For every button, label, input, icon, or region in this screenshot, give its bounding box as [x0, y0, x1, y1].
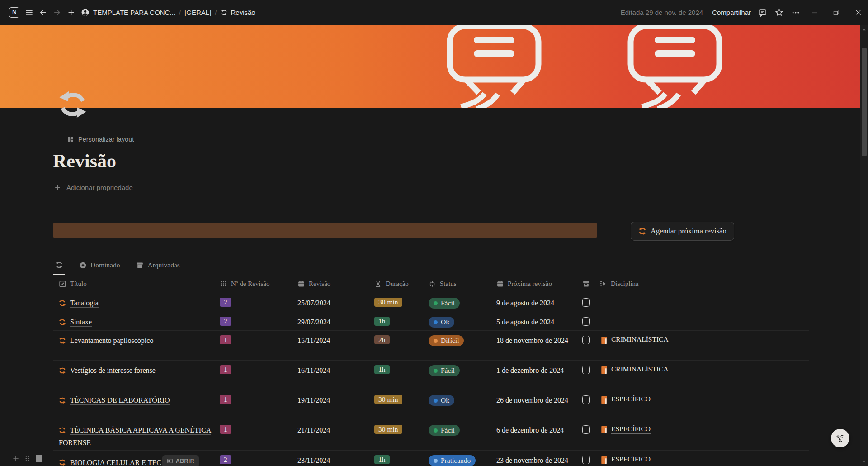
- cell-disciplina[interactable]: CRIMINALÍSTICA: [596, 331, 809, 360]
- maximize-button[interactable]: [826, 4, 846, 22]
- cell-proxima-revisao[interactable]: 1 de dezembro de 2024: [493, 361, 579, 390]
- cell-duracao[interactable]: 30 min: [371, 293, 425, 312]
- cell-num-revisao[interactable]: 1: [216, 331, 294, 360]
- row-select-checkbox[interactable]: [36, 455, 42, 462]
- row-title-link[interactable]: TÉCINICA BÁSICA APLICAVA A GENÉTICA FORE…: [59, 426, 211, 447]
- cell-status[interactable]: Fácil: [425, 420, 493, 450]
- scroll-up-icon[interactable]: [861, 27, 867, 33]
- archived-checkbox[interactable]: [582, 336, 590, 344]
- notion-logo-icon[interactable]: N: [6, 5, 22, 19]
- tab-dominado[interactable]: Dominado: [77, 256, 122, 275]
- cell-num-revisao[interactable]: 1: [216, 390, 294, 420]
- cell-status[interactable]: Difícil: [425, 331, 493, 360]
- scrollbar-thumb[interactable]: [862, 48, 867, 156]
- drag-handle-icon[interactable]: [24, 455, 32, 462]
- disciplina-link[interactable]: ESPECÍFICO: [611, 425, 651, 434]
- cell-status[interactable]: Fácil: [425, 293, 493, 312]
- cell-proxima-revisao[interactable]: 6 de dezembro de 2024: [493, 420, 579, 450]
- more-options-icon[interactable]: [788, 6, 803, 19]
- row-title-link[interactable]: Tanalogia: [70, 299, 99, 308]
- cell-proxima-revisao[interactable]: 18 de novembro de 2024: [493, 331, 579, 360]
- cell-disciplina[interactable]: CRIMINALÍSTICA: [596, 361, 809, 390]
- cell-num-revisao[interactable]: 1: [216, 420, 294, 450]
- archived-checkbox[interactable]: [582, 456, 590, 464]
- breadcrumb-geral[interactable]: [GERAL]: [182, 7, 214, 18]
- cell-proxima-revisao[interactable]: 23 de novembro de 2024: [493, 451, 579, 466]
- row-title-link[interactable]: BIOLOGIA CELULAR E TEC: [70, 457, 161, 466]
- cell-duracao[interactable]: 30 min: [371, 390, 425, 420]
- column-header-archive[interactable]: [579, 275, 596, 293]
- open-button[interactable]: ABRIR: [162, 455, 199, 466]
- tab-current-view[interactable]: [53, 256, 65, 275]
- cell-duracao[interactable]: 1h: [371, 361, 425, 390]
- column-header-status[interactable]: Status: [425, 275, 493, 293]
- cell-duracao[interactable]: 30 min: [371, 420, 425, 450]
- cell-revisao-date[interactable]: 16/11/2024: [294, 361, 371, 390]
- disciplina-link[interactable]: ESPECÍFICO: [611, 455, 651, 464]
- close-button[interactable]: [848, 4, 868, 22]
- scroll-down-icon[interactable]: [861, 458, 867, 464]
- cell-duracao[interactable]: 2h: [371, 331, 425, 360]
- add-property-button[interactable]: Adicionar propriedade: [54, 184, 133, 191]
- column-header-t-tulo[interactable]: Título: [53, 275, 216, 293]
- row-title-link[interactable]: Sintaxe: [70, 318, 92, 327]
- cell-revisao-date[interactable]: 29/07/2024: [294, 312, 371, 330]
- cell-duracao[interactable]: 1h: [371, 312, 425, 330]
- customize-layout-button[interactable]: Personalizar layout: [67, 136, 134, 143]
- archived-checkbox[interactable]: [582, 298, 590, 307]
- disciplina-link[interactable]: CRIMINALÍSTICA: [611, 365, 669, 374]
- page-icon-repeat[interactable]: [58, 90, 88, 121]
- disciplina-link[interactable]: CRIMINALÍSTICA: [611, 335, 669, 344]
- cell-status[interactable]: Fácil: [425, 361, 493, 390]
- add-row-icon[interactable]: [12, 454, 20, 462]
- column-header-revis-o[interactable]: Revisão: [294, 275, 371, 293]
- row-title-link[interactable]: Levantamento papiloscópico: [70, 337, 153, 345]
- cell-disciplina[interactable]: ESPECÍFICO: [596, 451, 809, 466]
- back-icon[interactable]: [36, 6, 50, 19]
- cell-proxima-revisao[interactable]: 5 de agosto de 2024: [493, 312, 579, 330]
- archived-checkbox[interactable]: [582, 366, 590, 374]
- forward-icon[interactable]: [50, 6, 64, 19]
- disciplina-link[interactable]: ESPECÍFICO: [611, 395, 651, 404]
- column-header-n-de-revis-o[interactable]: Nº de Revisão: [216, 275, 294, 293]
- tab-arquivadas[interactable]: Arquivadas: [134, 256, 181, 275]
- cell-num-revisao[interactable]: 1: [216, 361, 294, 390]
- column-header-dura-o[interactable]: Duração: [371, 275, 425, 293]
- cell-revisao-date[interactable]: 15/11/2024: [294, 331, 371, 360]
- cell-revisao-date[interactable]: 19/11/2024: [294, 390, 371, 420]
- row-title-link[interactable]: TÉCNICAS DE LABORATÓRIO: [70, 396, 170, 405]
- cover-image[interactable]: [0, 25, 868, 108]
- cell-status[interactable]: Ok: [425, 312, 493, 330]
- menu-icon[interactable]: [22, 6, 36, 19]
- cell-proxima-revisao[interactable]: 9 de agosto de 2024: [493, 293, 579, 312]
- favorite-star-icon[interactable]: [772, 6, 787, 19]
- archived-checkbox[interactable]: [582, 395, 590, 404]
- archived-checkbox[interactable]: [582, 425, 590, 434]
- cell-disciplina[interactable]: [596, 293, 809, 312]
- comments-icon[interactable]: [755, 6, 770, 19]
- share-button[interactable]: Compartilhar: [709, 7, 754, 18]
- cell-proxima-revisao[interactable]: 26 de novembro de 2024: [493, 390, 579, 420]
- row-title-link[interactable]: Vestígios de interesse forense: [70, 366, 156, 375]
- help-face-button[interactable]: [831, 429, 849, 447]
- minimize-button[interactable]: [805, 4, 825, 22]
- breadcrumb-root[interactable]: TEMPLATE PARA CONC...: [78, 6, 178, 19]
- new-page-icon[interactable]: [64, 6, 78, 19]
- cell-num-revisao[interactable]: 2: [216, 312, 294, 330]
- cell-disciplina[interactable]: ESPECÍFICO: [596, 390, 809, 420]
- cell-status[interactable]: Praticando: [425, 451, 493, 466]
- cell-revisao-date[interactable]: 25/07/2024: [294, 293, 371, 312]
- cell-revisao-date[interactable]: 21/11/2024: [294, 420, 371, 450]
- column-header-pr-xima-revis-o[interactable]: Próxima revisão: [493, 275, 579, 293]
- schedule-next-review-button[interactable]: Agendar próxima revisão: [631, 222, 734, 241]
- cell-disciplina[interactable]: ESPECÍFICO: [596, 420, 809, 450]
- cell-revisao-date[interactable]: 23/11/2024: [294, 451, 371, 466]
- column-header-disciplina[interactable]: Disciplina: [596, 275, 809, 293]
- archived-checkbox[interactable]: [582, 317, 590, 326]
- vertical-scrollbar[interactable]: [860, 25, 868, 466]
- cell-duracao[interactable]: 1h: [371, 451, 425, 466]
- cell-disciplina[interactable]: [596, 312, 809, 330]
- cell-num-revisao[interactable]: 2: [216, 451, 294, 466]
- cell-num-revisao[interactable]: 2: [216, 293, 294, 312]
- breadcrumb-revisao[interactable]: Revisão: [218, 7, 258, 18]
